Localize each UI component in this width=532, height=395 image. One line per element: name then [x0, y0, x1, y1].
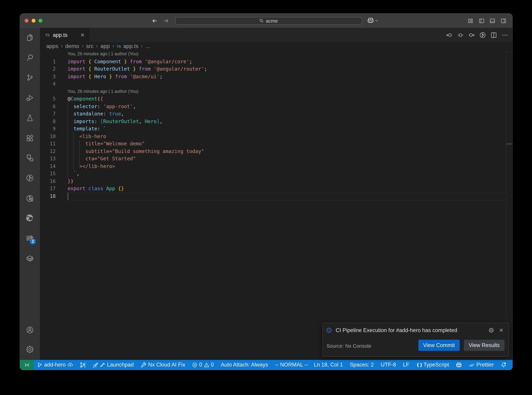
status-indentation[interactable]: Spaces: 2 [346, 360, 377, 370]
status-encoding[interactable]: UTF-8 [377, 360, 400, 370]
line-number: 4 [40, 80, 56, 88]
cube-icon [26, 254, 34, 262]
navigate-back-icon[interactable] [152, 18, 157, 24]
breadcrumb-segment[interactable]: demo [65, 43, 79, 49]
toggle-secondary-sidebar-icon[interactable] [501, 18, 506, 23]
notification-close-icon[interactable] [499, 328, 504, 333]
info-icon [326, 328, 332, 333]
status-eol[interactable]: LF [399, 360, 413, 370]
view-results-button[interactable]: View Results [464, 340, 505, 351]
sidebar-item-gitlens-inspect[interactable] [26, 194, 34, 202]
account-icon [26, 326, 34, 334]
open-previous-change-icon[interactable] [446, 32, 452, 38]
open-next-change-icon[interactable] [468, 32, 474, 38]
chevron-right-icon [59, 44, 64, 48]
tab-app-ts[interactable]: TS app.ts [40, 28, 90, 42]
blame-annotation[interactable]: You, 26 minutes ago | 1 author (You) [40, 50, 512, 58]
breadcrumb-segment[interactable]: src [86, 43, 93, 49]
overview-ruler-cursor-marker [506, 144, 512, 144]
sidebar-item-testing[interactable] [26, 114, 34, 122]
sidebar-item-accounts[interactable] [26, 326, 34, 334]
status-notifications[interactable] [497, 360, 510, 370]
close-window-button[interactable] [25, 19, 28, 23]
status-text: -- NORMAL -- [275, 362, 308, 368]
code-line-1: 1import { Component } from '@angular/cor… [40, 58, 512, 65]
overview-ruler[interactable] [506, 51, 512, 360]
status-language[interactable]: {}TypeScript [413, 360, 452, 370]
line-number: 14 [40, 163, 56, 170]
status-auto-attach[interactable]: Auto Attach: Always [217, 360, 272, 370]
copilot-menu[interactable] [367, 17, 378, 24]
status-text: 0 [199, 362, 202, 368]
remote-indicator[interactable] [20, 360, 34, 370]
copilot-icon [456, 362, 462, 368]
sidebar-item-gitlens[interactable] [26, 174, 34, 182]
customize-layout-icon[interactable] [468, 18, 473, 23]
notification-source: Source: Nx Console [327, 343, 371, 349]
breadcrumb-file[interactable]: app.ts [123, 43, 139, 49]
status-text: LF [403, 362, 409, 368]
code-line-13: 13 cta="Get Started" [40, 155, 512, 163]
toggle-panel-icon[interactable] [490, 18, 495, 23]
status-copilot[interactable] [452, 360, 465, 370]
status-launchpad[interactable]: Launchpad [89, 360, 137, 370]
editor-actions [446, 28, 512, 42]
sidebar-item-nx-console[interactable]: 2 [26, 234, 34, 242]
code-line-17: 17export class App {} [40, 185, 512, 192]
activity-bar: 2 [20, 28, 40, 360]
braces-icon: {} [416, 362, 422, 368]
traffic-lights [25, 19, 42, 23]
status-text: Auto Attach: Always [221, 362, 268, 368]
gitlens-inspect-icon [26, 194, 34, 202]
status-cursor-position[interactable]: Ln 18, Col 1 [311, 360, 346, 370]
sidebar-item-search[interactable] [26, 53, 34, 62]
status-nx-cloud-ai-fix[interactable]: Nx Cloud AI Fix [137, 360, 189, 370]
commit-graph-icon[interactable] [479, 32, 486, 38]
current-line-border [67, 200, 506, 200]
sidebar-item-containers[interactable] [26, 254, 34, 262]
more-actions-icon[interactable] [502, 32, 508, 38]
status-commit-graph[interactable] [76, 360, 89, 370]
status-branch[interactable]: add-hero [34, 360, 76, 370]
status-bar-right: Ln 18, Col 1Spaces: 2UTF-8LF{}TypeScript… [311, 360, 510, 370]
split-editor-icon[interactable] [490, 32, 497, 38]
chevron-right-icon [140, 44, 144, 48]
line-number: 12 [40, 148, 56, 155]
search-icon [26, 53, 34, 62]
sidebar-item-extensions[interactable] [26, 134, 34, 142]
blame-annotation[interactable]: You, 26 minutes ago | 1 author (You) [40, 88, 512, 95]
sidebar-item-settings[interactable] [26, 345, 34, 354]
sidebar-item-nx-project-graph[interactable] [26, 154, 34, 162]
breadcrumb-segment[interactable]: app [100, 43, 110, 49]
tab-close-icon[interactable] [80, 32, 85, 38]
svg-text:TS: TS [117, 44, 121, 48]
notification-settings-icon[interactable] [488, 328, 494, 333]
minimize-window-button[interactable] [32, 19, 35, 23]
zoom-window-button[interactable] [38, 19, 42, 23]
open-changes-icon[interactable] [457, 32, 463, 38]
editor[interactable]: You, 26 minutes ago | 1 author (You)1imp… [40, 50, 512, 360]
status-text: Spaces: 2 [350, 362, 374, 368]
sidebar-item-edge-tools[interactable] [26, 214, 34, 222]
status-vim-mode[interactable]: -- NORMAL -- [272, 360, 312, 370]
status-text: Launchpad [107, 362, 134, 368]
rocket-icon [93, 362, 98, 368]
status-problems[interactable]: 00 [189, 360, 217, 370]
tab-bar: TS app.ts [40, 28, 512, 42]
sidebar-item-source-control[interactable] [26, 74, 34, 82]
sidebar-item-run-and-debug[interactable] [26, 93, 34, 102]
extensions-icon [26, 134, 34, 142]
breadcrumb-segment[interactable]: apps [46, 43, 58, 49]
status-formatter[interactable]: Prettier [465, 360, 497, 370]
sidebar-item-explorer[interactable] [26, 33, 34, 42]
status-bar: add-heroLaunchpadNx Cloud AI Fix00Auto A… [20, 360, 512, 370]
status-text: Ln 18, Col 1 [314, 362, 343, 368]
breadcrumb-symbol[interactable]: ... [145, 43, 150, 49]
cloud-upload-icon [67, 362, 73, 368]
navigate-forward-icon[interactable] [163, 18, 169, 24]
toggle-primary-sidebar-icon[interactable] [479, 18, 484, 23]
view-commit-button[interactable]: View Commit [418, 340, 460, 351]
command-center-search[interactable]: acme [175, 17, 362, 25]
code-line-4: 4 [40, 80, 512, 88]
text-cursor [68, 193, 68, 200]
